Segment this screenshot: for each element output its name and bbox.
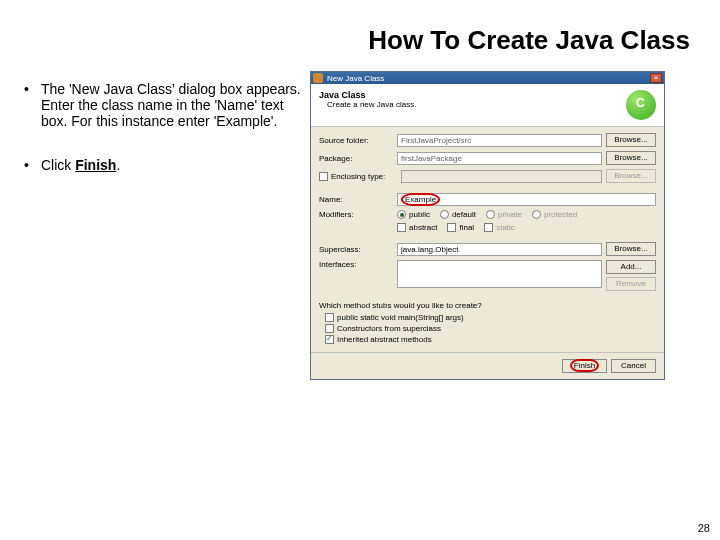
modifier-default-radio[interactable] <box>440 210 449 219</box>
source-folder-label: Source folder: <box>319 136 397 145</box>
browse-enclosing-button: Browse... <box>606 169 656 183</box>
dialog-titlebar: New Java Class × <box>311 72 664 84</box>
bullet-list: • The 'New Java Class' dialog box appear… <box>20 71 310 380</box>
enclosing-checkbox[interactable] <box>319 172 328 181</box>
stub-inherited-checkbox[interactable] <box>325 335 334 344</box>
modifier-abstract-checkbox[interactable] <box>397 223 406 232</box>
name-input[interactable]: Example <box>397 193 656 206</box>
wizard-class-icon <box>626 90 656 120</box>
finish-button[interactable]: Finish <box>562 359 607 373</box>
dialog-header-title: Java Class <box>319 90 626 100</box>
stub-main-checkbox[interactable] <box>325 313 334 322</box>
slide-title: How To Create Java Class <box>0 0 720 71</box>
modifiers-label: Modifiers: <box>319 210 397 219</box>
dialog-header: Java Class Create a new Java class. <box>311 84 664 127</box>
name-label: Name: <box>319 195 397 204</box>
dialog-header-subtitle: Create a new Java class. <box>319 100 626 109</box>
modifier-public-radio[interactable] <box>397 210 406 219</box>
modifier-static-checkbox <box>484 223 493 232</box>
bullet-dot: • <box>24 157 29 173</box>
interfaces-listbox[interactable] <box>397 260 602 288</box>
dialog-icon <box>313 73 323 83</box>
close-icon[interactable]: × <box>650 73 662 83</box>
package-label: Package: <box>319 154 397 163</box>
modifier-final-checkbox[interactable] <box>447 223 456 232</box>
bullet-dot: • <box>24 81 29 129</box>
cancel-button[interactable]: Cancel <box>611 359 656 373</box>
browse-package-button[interactable]: Browse... <box>606 151 656 165</box>
add-interface-button[interactable]: Add... <box>606 260 656 274</box>
dialog-title: New Java Class <box>327 74 384 83</box>
enclosing-label: Enclosing type: <box>331 172 401 181</box>
page-number: 28 <box>698 522 710 534</box>
superclass-input[interactable]: java.lang.Object <box>397 243 602 256</box>
interfaces-label: Interfaces: <box>319 260 397 269</box>
remove-interface-button: Remove <box>606 277 656 291</box>
modifier-private-radio <box>486 210 495 219</box>
package-input[interactable]: firstJavaPackage <box>397 152 602 165</box>
browse-superclass-button[interactable]: Browse... <box>606 242 656 256</box>
stub-super-checkbox[interactable] <box>325 324 334 333</box>
modifier-protected-radio <box>532 210 541 219</box>
stubs-question: Which method stubs would you like to cre… <box>319 298 656 313</box>
bullet-1-text: The 'New Java Class' dialog box appears.… <box>41 81 310 129</box>
new-java-class-dialog: New Java Class × Java Class Create a new… <box>310 71 665 380</box>
superclass-label: Superclass: <box>319 245 397 254</box>
enclosing-input <box>401 170 602 183</box>
name-highlight: Example <box>401 193 440 206</box>
bullet-2-text: Click Finish. <box>41 157 120 173</box>
source-folder-input[interactable]: FirstJavaProject/src <box>397 134 602 147</box>
browse-source-button[interactable]: Browse... <box>606 133 656 147</box>
